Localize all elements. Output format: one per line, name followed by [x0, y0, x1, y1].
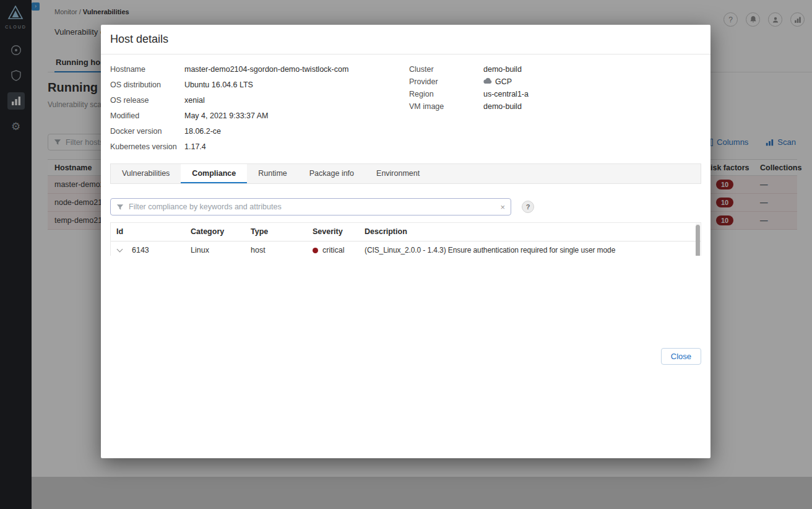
info-value: May 4, 2021 9:33:37 AM: [184, 111, 269, 120]
compliance-table: Id Category Type Severity Description 61…: [111, 223, 701, 256]
host-details-modal: Host details Hostname master-demo2104-sg…: [101, 25, 710, 458]
modal-tab[interactable]: Environment: [365, 164, 431, 183]
info-value: demo-build: [483, 65, 522, 74]
info-label: OS distribution: [110, 80, 184, 89]
info-value: demo-build: [483, 102, 522, 111]
info-row: OS release xenial: [110, 96, 409, 105]
info-value: 18.06.2-ce: [184, 127, 221, 136]
info-label: Provider: [409, 77, 483, 86]
compliance-row[interactable]: 6143 Linux host critical (CIS_Linux_2.0.…: [111, 241, 701, 256]
info-label: Region: [409, 90, 483, 98]
cell-id: 6143: [127, 241, 186, 256]
close-button[interactable]: Close: [661, 348, 701, 365]
col-severity[interactable]: Severity: [308, 223, 360, 241]
col-id[interactable]: Id: [111, 223, 186, 241]
info-value: master-demo2104-sgordon-demo-twistlock-c…: [184, 65, 348, 74]
chevron-down-icon[interactable]: [117, 246, 123, 253]
host-info-left: Hostname master-demo2104-sgordon-demo-tw…: [110, 65, 409, 161]
col-type[interactable]: Type: [246, 223, 308, 241]
cell-description: (CIS_Linux_2.0.0 - 1.4.3) Ensure authent…: [360, 241, 701, 256]
gcp-icon: [483, 77, 492, 86]
info-value: 1.17.4: [184, 142, 206, 151]
info-value: GCP: [495, 77, 512, 86]
info-row: VM image demo-build: [409, 102, 701, 111]
filter-help-icon[interactable]: ?: [522, 201, 534, 213]
info-value: us-central1-a: [483, 90, 529, 98]
info-row: Region us-central1-a: [409, 90, 701, 98]
info-label: Hostname: [110, 65, 184, 74]
cell-type: host: [246, 241, 308, 256]
host-info-right: Cluster demo-build Provider: [409, 65, 701, 161]
col-description[interactable]: Description: [360, 223, 701, 241]
modal-tab[interactable]: Compliance: [181, 164, 247, 183]
severity-dot: [313, 248, 318, 253]
compliance-filter-field[interactable]: ×: [110, 198, 511, 215]
modal-tab[interactable]: Package info: [298, 164, 365, 183]
info-row: Cluster demo-build: [409, 65, 701, 74]
info-label: Cluster: [409, 65, 483, 74]
info-row: Provider GCP: [409, 77, 701, 86]
compliance-filter-row: × ?: [110, 198, 701, 215]
info-value: xenial: [184, 96, 205, 105]
clear-filter-icon[interactable]: ×: [500, 203, 505, 211]
table-scrollbar-thumb[interactable]: [696, 225, 700, 256]
info-value: Ubuntu 16.04.6 LTS: [184, 80, 253, 89]
info-label: OS release: [110, 96, 184, 105]
severity-label: critical: [322, 246, 344, 254]
modal-title: Host details: [110, 33, 168, 46]
host-info: Hostname master-demo2104-sgordon-demo-tw…: [110, 54, 701, 161]
info-row: OS distribution Ubuntu 16.04.6 LTS: [110, 80, 409, 89]
modal-tab[interactable]: Runtime: [247, 164, 298, 183]
info-row: Docker version 18.06.2-ce: [110, 127, 409, 136]
modal-tab[interactable]: Vulnerabilities: [111, 164, 181, 183]
modal-tab-bar: Vulnerabilities Compliance Runtime Packa…: [110, 163, 701, 184]
cell-severity: critical: [308, 241, 360, 256]
compliance-table-wrap: Id Category Type Severity Description 61…: [110, 222, 701, 256]
info-label: Docker version: [110, 127, 184, 136]
cell-category: Linux: [186, 241, 246, 256]
compliance-filter-input[interactable]: [129, 202, 495, 211]
filter-funnel-icon: [116, 204, 124, 211]
info-row: Modified May 4, 2021 9:33:37 AM: [110, 111, 409, 120]
modal-footer: Close: [101, 256, 710, 458]
info-row: Hostname master-demo2104-sgordon-demo-tw…: [110, 65, 409, 74]
table-scrollbar: [696, 224, 700, 256]
info-row: Kubernetes version 1.17.4: [110, 142, 409, 151]
modal-body: Hostname master-demo2104-sgordon-demo-tw…: [101, 54, 710, 256]
info-label: Modified: [110, 111, 184, 120]
info-label: Kubernetes version: [110, 142, 184, 151]
modal-header: Host details: [101, 25, 710, 54]
info-label: VM image: [409, 102, 483, 111]
col-category[interactable]: Category: [186, 223, 246, 241]
compliance-table-header: Id Category Type Severity Description: [111, 223, 701, 241]
